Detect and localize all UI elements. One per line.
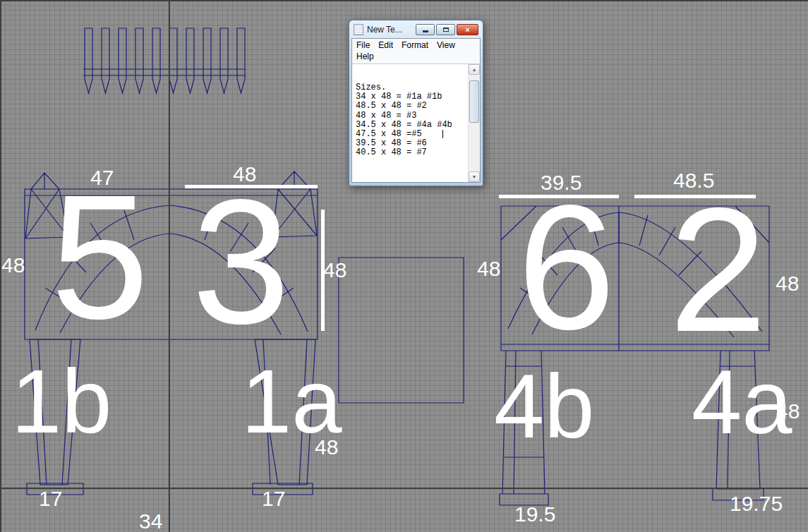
- close-icon: ×: [465, 25, 469, 34]
- minimize-icon: [423, 30, 428, 32]
- dim-17-bottom-left: 17: [39, 488, 62, 509]
- piece-label-6: 6: [517, 180, 615, 356]
- notepad-client-area: File Edit Format View Help Sizes. 34 x 4…: [351, 38, 481, 183]
- dim-48-right-upper: 48: [776, 273, 799, 294]
- dim-39-5-top-of-6: 39.5: [541, 172, 581, 193]
- dim-48-left-edge: 48: [1, 255, 25, 276]
- viewport-canvas[interactable]: 5 3 6 2 1b 1a 4b 4a 47 48 39.5 48.5 48 4…: [0, 0, 808, 532]
- dim-48-5-top-of-2: 48.5: [673, 170, 714, 191]
- viewport-top-edge: [0, 0, 808, 1]
- dim-48-top-of-3: 48: [233, 164, 256, 185]
- notepad-menubar: File Edit Format View Help: [352, 39, 480, 64]
- scrollbar-track[interactable]: [469, 75, 480, 171]
- piece-label-5: 5: [51, 169, 149, 346]
- text-line: 48.5 x 48 = #2: [356, 102, 466, 111]
- minimize-button[interactable]: [416, 24, 435, 35]
- maximize-button[interactable]: [436, 24, 455, 35]
- scroll-down-icon: ▼: [472, 174, 477, 179]
- dim-19-75-bottom: 19.75: [730, 493, 783, 514]
- scroll-down-button[interactable]: ▼: [469, 171, 480, 182]
- text-line: 40.5 x 48 = #7: [356, 148, 466, 157]
- menu-file[interactable]: File: [352, 40, 374, 51]
- piece-label-3: 3: [192, 174, 290, 351]
- dim-47-top-left: 47: [90, 167, 114, 188]
- dim-19-5-bottom: 19.5: [514, 504, 555, 525]
- window-title: New Te...: [367, 25, 402, 35]
- maximize-icon: [443, 28, 449, 32]
- piece-label-1b: 1b: [11, 356, 111, 447]
- piece-label-4b: 4b: [494, 361, 594, 452]
- dim-34-bottom: 34: [139, 511, 162, 532]
- dim-48-right-of-3: 48: [323, 260, 346, 281]
- scroll-up-icon: ▲: [472, 67, 477, 72]
- notepad-text-area[interactable]: Sizes. 34 x 48 = #1a #1b 48.5 x 48 = #2 …: [352, 64, 468, 182]
- menu-format[interactable]: Format: [397, 40, 433, 51]
- dim-48-right-lower: 48: [776, 401, 800, 422]
- notepad-titlebar[interactable]: New Te... ×: [351, 20, 481, 38]
- scroll-up-button[interactable]: ▲: [469, 64, 480, 75]
- vertical-scrollbar[interactable]: ▲ ▼: [468, 64, 480, 182]
- piece-label-2: 2: [669, 182, 767, 358]
- wireframe-comb: [83, 28, 246, 93]
- axis-line-horizontal: [0, 488, 808, 489]
- dim-48-left-of-6: 48: [477, 258, 500, 279]
- menu-view[interactable]: View: [433, 40, 459, 51]
- text-line: 48 x 48 = #3: [356, 111, 466, 121]
- close-button[interactable]: ×: [457, 24, 478, 35]
- menu-help[interactable]: Help: [352, 51, 378, 62]
- menu-edit[interactable]: Edit: [374, 40, 397, 51]
- axis-line-vertical: [169, 0, 170, 532]
- notepad-document-icon: [354, 24, 363, 35]
- dim-48-below-mid: 48: [315, 437, 338, 458]
- dim-17-bottom-mid: 17: [262, 488, 285, 509]
- wireframe-middle-rect: [339, 258, 464, 403]
- text-caret: [442, 130, 443, 138]
- piece-label-1a: 1a: [241, 356, 342, 447]
- scrollbar-thumb[interactable]: [469, 80, 479, 123]
- notepad-window: New Te... × File Edit Format View: [349, 20, 483, 186]
